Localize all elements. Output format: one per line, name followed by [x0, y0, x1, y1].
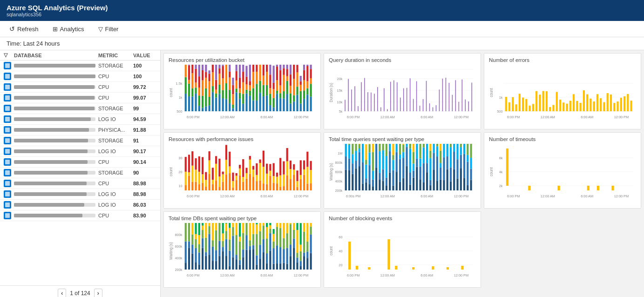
svg-rect-596 [450, 167, 452, 181]
next-page-button[interactable]: › [94, 289, 102, 297]
svg-rect-264 [512, 97, 514, 111]
table-row[interactable]: CPU 99.72 [0, 82, 160, 93]
svg-rect-613 [460, 144, 462, 147]
svg-rect-556 [423, 163, 425, 182]
db-bar-container [14, 85, 95, 89]
db-icon [4, 158, 11, 166]
svg-rect-159 [286, 81, 288, 94]
svg-rect-525 [402, 178, 404, 190]
svg-rect-402 [286, 161, 288, 176]
chart-resources-utilization: Resources per utilization bucket count 5… [163, 53, 321, 129]
svg-rect-160 [286, 76, 288, 81]
chart-number-timeouts-area: count 2k 4k 6k 6:00 PM 12:00 AM 6:00 AM … [489, 144, 636, 204]
svg-rect-325 [198, 156, 200, 172]
svg-rect-412 [296, 170, 298, 181]
svg-rect-784 [266, 223, 268, 227]
svg-rect-124 [263, 85, 264, 96]
svg-rect-315 [188, 172, 190, 176]
svg-rect-358 [236, 173, 237, 176]
metric-cell: STORAGE [98, 170, 133, 176]
svg-rect-641 [506, 148, 508, 186]
svg-rect-562 [426, 144, 428, 163]
svg-rect-361 [239, 165, 241, 169]
refresh-button[interactable]: ↺ Refresh [7, 24, 41, 34]
svg-rect-92 [239, 65, 241, 78]
svg-rect-317 [191, 182, 193, 190]
table-filter-icon[interactable]: ▽ [4, 52, 7, 58]
svg-rect-458 [355, 144, 357, 151]
svg-rect-148 [279, 98, 281, 111]
svg-rect-581 [440, 168, 441, 180]
svg-rect-376 [256, 163, 258, 175]
svg-rect-404 [290, 179, 291, 190]
svg-rect-496 [382, 169, 384, 181]
table-row[interactable]: CPU 99.07 [0, 93, 160, 103]
table-row[interactable]: CPU 100 [0, 71, 160, 82]
svg-rect-355 [232, 173, 234, 181]
table-row[interactable]: STORAGE 99 [0, 103, 160, 114]
metric-cell: LOG IO [98, 148, 133, 154]
svg-rect-465 [362, 184, 364, 190]
svg-rect-323 [198, 184, 200, 190]
svg-rect-695 [209, 255, 210, 270]
table-row[interactable]: STORAGE 91 [0, 135, 160, 146]
db-bar-container [14, 117, 95, 121]
svg-text:12:00 PM: 12:00 PM [294, 195, 309, 198]
table-row[interactable]: LOG IO 90.17 [0, 146, 160, 157]
table-row[interactable]: LOG IO 86.03 [0, 200, 160, 210]
svg-rect-100 [245, 84, 247, 89]
svg-rect-583 [440, 151, 441, 163]
table-row[interactable]: LOG IO 94.59 [0, 114, 160, 125]
refresh-label: Refresh [17, 26, 39, 33]
svg-rect-421 [306, 152, 308, 167]
svg-rect-85 [236, 81, 237, 88]
svg-rect-733 [232, 223, 234, 227]
svg-rect-523 [399, 144, 401, 155]
svg-rect-681 [198, 252, 200, 264]
svg-rect-158 [286, 94, 288, 111]
svg-rect-19 [191, 88, 193, 97]
svg-rect-133 [269, 105, 271, 111]
total-queries-svg: Waiting (s) 200k 400k 600k 800k 1M 6:00s… [329, 144, 476, 200]
table-row[interactable]: STORAGE 90 [0, 168, 160, 178]
svg-rect-803 [279, 223, 281, 228]
svg-rect-377 [259, 180, 261, 190]
svg-rect-384 [266, 174, 268, 184]
svg-rect-65 [222, 78, 224, 90]
total-dbs-svg: Waiting (s) 200k 400k 600k 800k 6:00 PM … [169, 223, 316, 279]
table-row[interactable]: CPU 88.98 [0, 178, 160, 189]
analytics-button[interactable]: ⊞ Analytics [50, 24, 87, 34]
svg-rect-731 [232, 236, 234, 257]
svg-rect-782 [266, 238, 268, 253]
db-icon [4, 73, 11, 80]
left-panel: DATABASE FLEET OVERVIEW ▽ DATABASE METRI… [0, 50, 161, 297]
filter-button[interactable]: ▽ Filter [95, 24, 122, 34]
svg-rect-86 [236, 71, 237, 81]
svg-rect-274 [546, 91, 548, 111]
svg-rect-796 [276, 245, 278, 263]
table-row[interactable]: CPU 90.14 [0, 157, 160, 168]
svg-rect-62 [218, 65, 220, 68]
prev-page-button[interactable]: ‹ [58, 289, 66, 297]
svg-rect-667 [188, 223, 190, 241]
table-row[interactable]: LOG IO 88.98 [0, 189, 160, 200]
svg-rect-837 [303, 232, 305, 253]
svg-rect-286 [586, 94, 588, 111]
svg-rect-131 [266, 65, 268, 72]
metric-cell: CPU [98, 74, 133, 79]
svg-text:20: 20 [339, 263, 342, 267]
table-row[interactable]: STORAGE 100 [0, 61, 160, 71]
svg-rect-21 [191, 65, 193, 73]
svg-rect-25 [195, 82, 197, 88]
svg-rect-278 [559, 100, 561, 111]
svg-rect-712 [218, 223, 220, 241]
svg-rect-401 [286, 176, 288, 190]
value-cell: 100 [133, 74, 156, 79]
table-row[interactable]: PHYSICA... 91.88 [0, 125, 160, 135]
table-row[interactable]: CPU 83.90 [0, 210, 160, 221]
svg-text:6:00 AM: 6:00 AM [420, 115, 433, 119]
svg-rect-378 [259, 163, 261, 180]
svg-rect-719 [222, 223, 224, 233]
chart-number-errors-title: Number of errors [489, 57, 636, 63]
svg-rect-700 [212, 261, 214, 270]
